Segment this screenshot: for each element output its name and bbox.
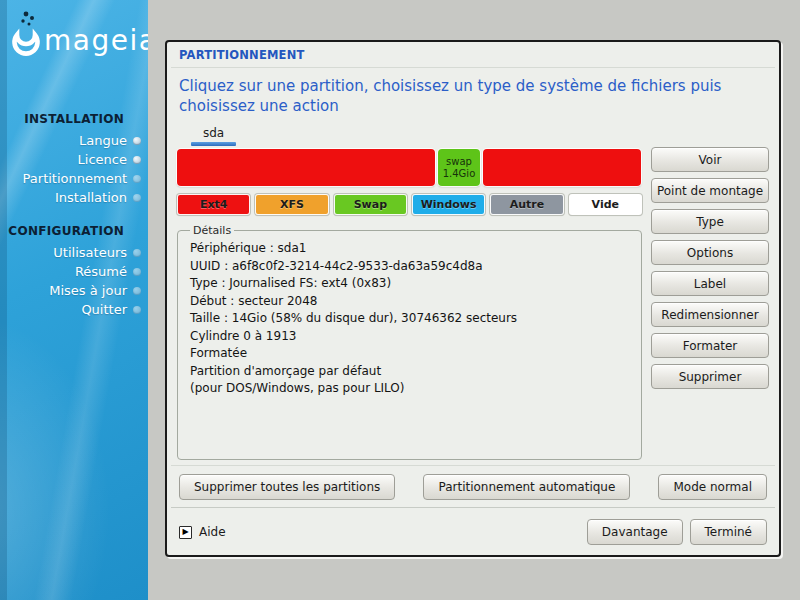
details-line: Début : secteur 2048: [190, 293, 631, 311]
step-item: Utilisateurs: [0, 243, 148, 262]
button-label: Redimensionner: [661, 308, 758, 322]
filesystem-type-label: XFS: [280, 198, 304, 211]
global-actions: Supprimer toutes les partitions Partitio…: [177, 471, 769, 502]
global-action-button[interactable]: Mode normal: [658, 474, 767, 500]
button-label: Supprimer: [679, 370, 742, 384]
help-expander-icon[interactable]: ▶: [179, 526, 192, 539]
filesystem-type-label: Autre: [510, 198, 545, 211]
partition-actions: Voir Point de montage Type Options Label: [651, 147, 769, 460]
button-label: Supprimer toutes les partitions: [194, 480, 380, 494]
step-label: Quitter: [81, 302, 127, 317]
partition-segment-label: swap: [446, 156, 472, 168]
details-line: Partition d'amorçage par défaut: [190, 363, 631, 381]
filesystem-type-label: Windows: [421, 198, 477, 211]
filesystem-legend: Ext4 XFS Swap Windows Autre: [177, 194, 642, 215]
partition-bar: swap 1.4Gio: [177, 149, 642, 186]
step-label: Langue: [79, 133, 127, 148]
actions-divider: [171, 465, 775, 466]
button-label: Point de montage: [657, 184, 763, 198]
button-label: Formater: [683, 339, 738, 353]
partition-action-button[interactable]: Voir: [651, 147, 769, 172]
steps-section-title: CONFIGURATION: [0, 224, 148, 238]
step-item: Mises à jour: [0, 281, 148, 300]
details-line: Taille : 14Gio (58% du disque dur), 3074…: [190, 310, 631, 328]
step-bullet-icon: [133, 287, 141, 295]
details-line: Périphérique : sda1: [190, 240, 631, 258]
installer-sidebar: mageia INSTALLATION Langue Licence Parti…: [0, 0, 148, 600]
steps-installation-list: Langue Licence Partitionnement Installat…: [0, 131, 148, 207]
step-label: Mises à jour: [49, 283, 127, 298]
filesystem-type-button[interactable]: XFS: [255, 194, 328, 215]
step-label: Résumé: [75, 264, 127, 279]
partition-action-button[interactable]: Options: [651, 240, 769, 265]
partition-action-button[interactable]: Supprimer: [651, 364, 769, 389]
filesystem-type-button[interactable]: Vide: [569, 194, 642, 215]
step-bullet-icon: [133, 137, 141, 145]
button-label: Label: [694, 277, 726, 291]
global-action-button[interactable]: Partitionnement automatique: [423, 474, 630, 500]
step-bullet-icon: [133, 306, 141, 314]
partition-action-button[interactable]: Redimensionner: [651, 302, 769, 327]
title-divider: [171, 67, 775, 68]
step-item: Licence: [0, 150, 148, 169]
step-bullet-icon: [133, 194, 141, 202]
filesystem-type-label: Vide: [592, 198, 619, 211]
global-action-button[interactable]: Supprimer toutes les partitions: [179, 474, 395, 500]
button-label: Options: [687, 246, 733, 260]
partitioning-panel: PARTITIONNEMENT Cliquez sur une partitio…: [165, 40, 781, 557]
partition-action-button[interactable]: Formater: [651, 333, 769, 358]
step-item: Langue: [0, 131, 148, 150]
mageia-logo-icon: mageia: [4, 8, 148, 68]
button-label: Type: [696, 215, 724, 229]
tab-sda[interactable]: sda: [187, 123, 240, 146]
step-bullet-icon: [133, 249, 141, 257]
step-item: Installation: [0, 188, 148, 207]
footer-divider: [171, 507, 775, 508]
filesystem-type-label: Ext4: [200, 198, 228, 211]
details-line: Type : Journalised FS: ext4 (0x83): [190, 275, 631, 293]
filesystem-type-button[interactable]: Autre: [490, 194, 563, 215]
mageia-logo-text: mageia: [44, 24, 148, 57]
partition-segment[interactable]: [177, 149, 435, 186]
details-line: Cylindre 0 à 1913: [190, 328, 631, 346]
installer-steps: INSTALLATION Langue Licence Partitionnem…: [0, 106, 148, 319]
details-fieldset: Détails Périphérique : sda1 UUID : a6f8c…: [177, 224, 642, 460]
details-line: UUID : a6f8c0f2-3214-44c2-9533-da63a59c4…: [190, 258, 631, 276]
step-bullet-icon: [133, 156, 141, 164]
step-label: Licence: [78, 152, 127, 167]
steps-section-title: INSTALLATION: [0, 112, 148, 126]
more-button[interactable]: Davantage: [587, 519, 683, 545]
partition-segment-size: 1.4Gio: [443, 168, 476, 180]
step-label: Partitionnement: [23, 171, 127, 186]
button-label: Davantage: [602, 525, 668, 539]
partition-segment[interactable]: [483, 149, 641, 186]
partition-segment[interactable]: swap 1.4Gio: [438, 149, 480, 186]
details-line: (pour DOS/Windows, pas pour LILO): [190, 380, 631, 398]
filesystem-type-button[interactable]: Swap: [334, 194, 407, 215]
details-lines: Périphérique : sda1 UUID : a6f8c0f2-3214…: [190, 240, 631, 398]
button-label: Partitionnement automatique: [438, 480, 615, 494]
button-label: Terminé: [705, 525, 752, 539]
step-item: Quitter: [0, 300, 148, 319]
details-line: Formatée: [190, 345, 631, 363]
active-tab-indicator: [191, 142, 236, 146]
instruction-text: Cliquez sur une partition, choisissez un…: [177, 76, 769, 116]
filesystem-type-button[interactable]: Windows: [412, 194, 485, 215]
done-button[interactable]: Terminé: [690, 519, 767, 545]
step-item: Résumé: [0, 262, 148, 281]
tab-label: sda: [203, 126, 224, 140]
help-label: Aide: [199, 525, 226, 539]
filesystem-type-label: Swap: [354, 198, 387, 211]
step-label: Installation: [55, 190, 127, 205]
button-label: Voir: [699, 153, 722, 167]
partition-action-button[interactable]: Type: [651, 209, 769, 234]
step-item: Partitionnement: [0, 169, 148, 188]
partition-action-button[interactable]: Point de montage: [651, 178, 769, 203]
button-label: Mode normal: [673, 480, 752, 494]
filesystem-type-button[interactable]: Ext4: [177, 194, 250, 215]
partition-action-button[interactable]: Label: [651, 271, 769, 296]
footer-bar: ▶ Aide Davantage Terminé: [177, 513, 769, 547]
step-bullet-icon: [133, 175, 141, 183]
steps-configuration-list: Utilisateurs Résumé Mises à jour Quitter: [0, 243, 148, 319]
step-label: Utilisateurs: [53, 245, 127, 260]
